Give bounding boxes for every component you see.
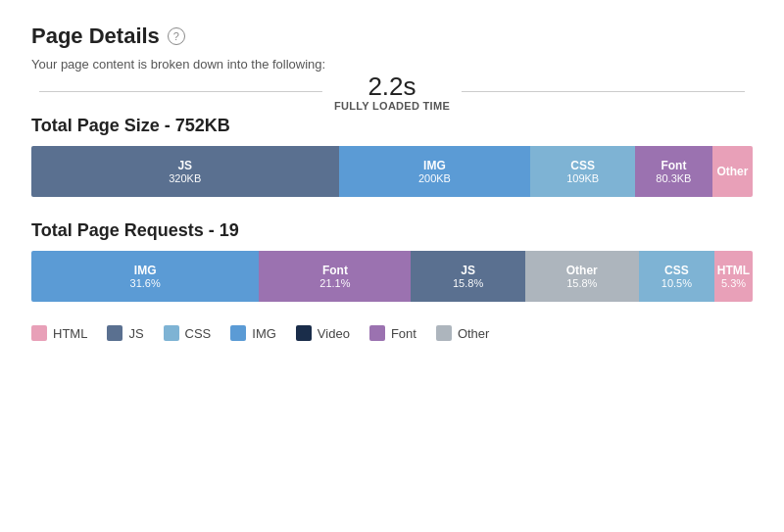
legend-swatch <box>31 325 47 341</box>
requests-bar-segment: CSS10.5% <box>639 251 714 302</box>
legend-label: CSS <box>185 326 212 341</box>
legend-label: Video <box>318 326 350 341</box>
legend-label: HTML <box>53 326 87 341</box>
legend-item: HTML <box>31 325 87 341</box>
legend-label: Font <box>391 326 416 341</box>
legend-label: Other <box>458 326 490 341</box>
size-bar-segment: Font80.3KB <box>635 146 712 197</box>
legend-label: JS <box>128 326 143 341</box>
legend-item: CSS <box>164 325 212 341</box>
timeline-label: Fully Loaded Time <box>334 100 450 112</box>
legend-swatch <box>436 325 452 341</box>
legend-item: JS <box>107 325 143 341</box>
legend-item: Other <box>436 325 490 341</box>
help-icon[interactable]: ? <box>168 27 185 45</box>
legend-swatch <box>296 325 312 341</box>
timeline-marker: 2.2s Fully Loaded Time <box>322 72 462 112</box>
requests-bar-segment: Font21.1% <box>259 251 411 302</box>
timeline: 2.2s Fully Loaded Time <box>31 91 753 92</box>
legend-label: IMG <box>252 326 276 341</box>
size-bar-segment: IMG200KB <box>339 146 531 197</box>
total-size-bar: JS320KBIMG200KBCSS109KBFont80.3KBOther <box>31 146 753 197</box>
requests-bar-segment: IMG31.6% <box>31 251 259 302</box>
size-bar-segment: CSS109KB <box>530 146 635 197</box>
requests-bar-segment: HTML5.3% <box>714 251 753 302</box>
page-title: Page Details <box>31 24 160 49</box>
legend: HTMLJSCSSIMGVideoFontOther <box>31 325 753 341</box>
size-bar-segment: JS320KB <box>31 146 339 197</box>
legend-item: Video <box>296 325 350 341</box>
requests-bar-segment: Other15.8% <box>525 251 639 302</box>
legend-swatch <box>369 325 385 341</box>
page-subtitle: Your page content is broken down into th… <box>31 57 753 72</box>
legend-swatch <box>107 325 122 341</box>
legend-swatch <box>164 325 179 341</box>
total-requests-bar: IMG31.6%Font21.1%JS15.8%Other15.8%CSS10.… <box>31 251 753 302</box>
legend-swatch <box>230 325 246 341</box>
total-size-title: Total Page Size - 752KB <box>31 116 753 136</box>
total-requests-title: Total Page Requests - 19 <box>31 220 753 241</box>
page-title-row: Page Details ? <box>31 24 753 49</box>
size-bar-segment: Other <box>712 146 753 197</box>
timeline-line: 2.2s Fully Loaded Time <box>39 91 745 92</box>
requests-bar-segment: JS15.8% <box>411 251 524 302</box>
legend-item: IMG <box>230 325 276 341</box>
legend-item: Font <box>369 325 416 341</box>
timeline-time: 2.2s <box>368 72 416 100</box>
